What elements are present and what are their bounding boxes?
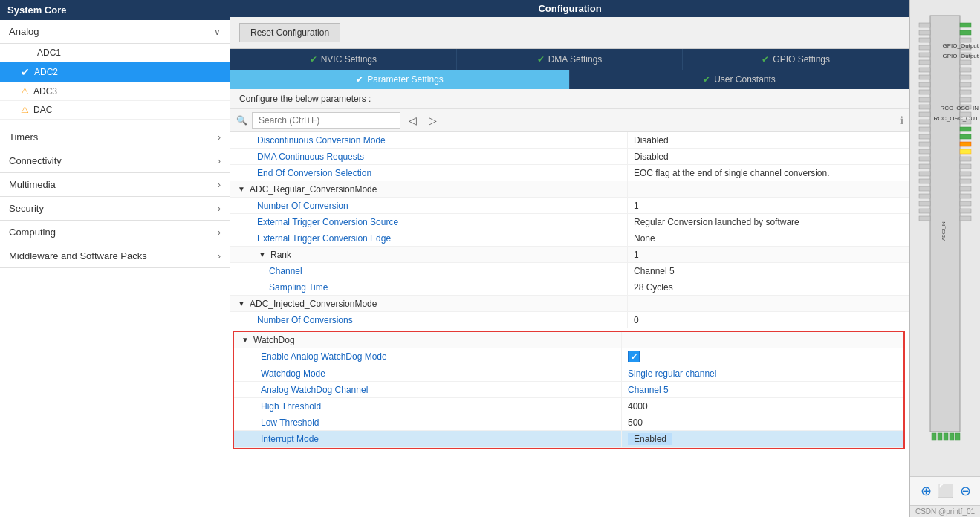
check-icon: ✔ xyxy=(537,54,545,65)
chip-panel: ADC2_IN GPIO_Output GPIO_Output RCC_OSC_… xyxy=(909,0,980,517)
svg-rect-22 xyxy=(919,179,930,183)
check-icon: ✔ xyxy=(21,66,30,78)
prev-result-button[interactable]: ◁ xyxy=(405,113,421,128)
table-row[interactable]: End Of Conversion Selection EOC flag at … xyxy=(230,165,909,181)
tab-gpio-settings[interactable]: ✔ GPIO Settings xyxy=(683,49,909,70)
collapse-icon[interactable]: ▼ xyxy=(236,299,247,309)
sidebar-item-multimedia[interactable]: Multimedia › xyxy=(0,173,230,197)
sidebar-item-middleware[interactable]: Middleware and Software Packs › xyxy=(0,244,230,268)
sidebar-item-security[interactable]: Security › xyxy=(0,197,230,221)
table-row[interactable]: Number Of Conversions 0 xyxy=(230,312,909,328)
search-input[interactable] xyxy=(252,112,400,129)
watchdog-row-interrupt-mode[interactable]: Interrupt Mode Enabled xyxy=(234,431,903,448)
check-icon: ✔ xyxy=(310,54,317,65)
table-row[interactable]: ▼ ADC_Regular_ConversionMode xyxy=(230,181,909,198)
sidebar-item-label: DAC xyxy=(33,105,52,115)
watchdog-section-header: ▼ WatchDog xyxy=(234,332,621,348)
reset-config-button[interactable]: Reset Configuration xyxy=(239,23,340,42)
param-value: 4000 xyxy=(621,398,903,414)
checkbox-checked-icon[interactable]: ✔ xyxy=(628,351,640,362)
svg-rect-44 xyxy=(960,142,971,146)
zoom-out-button[interactable]: ⊖ xyxy=(957,481,974,501)
table-row[interactable]: External Trigger Conversion Edge None xyxy=(230,230,909,247)
zoom-in-button[interactable]: ⊕ xyxy=(918,481,935,501)
svg-rect-8 xyxy=(919,75,930,79)
param-value: Disabled xyxy=(627,149,909,164)
collapse-icon[interactable]: ▼ xyxy=(240,335,250,345)
svg-rect-23 xyxy=(919,186,930,191)
svg-rect-56 xyxy=(938,433,942,440)
svg-rect-58 xyxy=(950,433,954,440)
svg-rect-12 xyxy=(919,105,930,109)
svg-rect-11 xyxy=(919,97,930,102)
svg-rect-26 xyxy=(919,209,930,213)
svg-rect-57 xyxy=(944,433,948,440)
watchdog-row-channel[interactable]: Analog WatchDog Channel Channel 5 xyxy=(234,382,903,398)
table-row[interactable]: DMA Continuous Requests Disabled xyxy=(230,149,909,165)
sidebar-item-adc1[interactable]: ADC1 xyxy=(0,44,230,62)
enabled-badge: Enabled xyxy=(628,433,672,445)
sidebar-item-analog[interactable]: Analog ∨ xyxy=(0,20,230,44)
params-label: Configure the below parameters : xyxy=(230,89,909,109)
collapse-icon[interactable]: ▼ xyxy=(257,250,267,260)
param-name: DMA Continuous Requests xyxy=(230,149,627,164)
watchdog-row-low-threshold[interactable]: Low Threshold 500 xyxy=(234,414,903,431)
sidebar-item-adc2[interactable]: ✔ ADC2 xyxy=(0,62,230,82)
tab-nvic-settings[interactable]: ✔ NVIC Settings xyxy=(230,49,457,70)
check-icon: ✔ xyxy=(703,74,710,85)
tab-dma-settings[interactable]: ✔ DMA Settings xyxy=(457,49,684,70)
svg-rect-18 xyxy=(919,149,930,154)
pin-label: GPIO_Output xyxy=(934,51,979,62)
table-row[interactable]: Sampling Time 28 Cycles xyxy=(230,279,909,296)
watchdog-row-mode[interactable]: Watchdog Mode Single regular channel xyxy=(234,365,903,382)
next-result-button[interactable]: ▷ xyxy=(425,113,441,128)
svg-rect-43 xyxy=(960,134,971,139)
watchdog-row-high-threshold[interactable]: High Threshold 4000 xyxy=(234,398,903,414)
svg-rect-53 xyxy=(960,209,971,213)
svg-rect-55 xyxy=(932,433,936,440)
table-row[interactable]: Number Of Conversion 1 xyxy=(230,198,909,214)
collapse-icon[interactable]: ▼ xyxy=(236,184,247,195)
svg-rect-27 xyxy=(919,216,930,221)
sidebar-item-connectivity[interactable]: Connectivity › xyxy=(0,149,230,173)
multimedia-label: Multimedia xyxy=(9,179,56,190)
chevron-right-icon: › xyxy=(218,204,221,214)
svg-rect-28 xyxy=(960,23,971,27)
sidebar-item-timers[interactable]: Timers › xyxy=(0,126,230,149)
table-row[interactable]: ▼ ADC_Injected_ConversionMode xyxy=(230,296,909,312)
svg-rect-17 xyxy=(919,142,930,146)
param-value xyxy=(621,332,903,348)
search-icon: 🔍 xyxy=(236,115,247,126)
fit-button[interactable]: ⬜ xyxy=(935,481,957,501)
table-row[interactable]: External Trigger Conversion Source Regul… xyxy=(230,214,909,230)
tab-user-constants[interactable]: ✔ User Constants xyxy=(570,70,909,89)
watchdog-row-enable[interactable]: Enable Analog WatchDog Mode ✔ xyxy=(234,348,903,365)
svg-rect-48 xyxy=(960,172,971,176)
tab-label: User Constants xyxy=(714,74,776,85)
watchdog-header-row[interactable]: ▼ WatchDog xyxy=(234,332,903,348)
param-name: External Trigger Conversion Edge xyxy=(230,230,627,246)
chevron-down-icon: ∨ xyxy=(214,27,221,37)
svg-rect-2 xyxy=(919,30,930,35)
table-row[interactable]: Discontinuous Conversion Mode Disabled xyxy=(230,132,909,149)
table-row[interactable]: Channel Channel 5 xyxy=(230,263,909,279)
param-name: Sampling Time xyxy=(230,279,627,295)
section-header: ▼ ADC_Regular_ConversionMode xyxy=(230,181,627,197)
tab-label: NVIC Settings xyxy=(321,54,377,65)
param-value: Single regular channel xyxy=(621,365,903,381)
config-panel: Reset Configuration ✔ NVIC Settings ✔ DM… xyxy=(230,17,909,517)
search-bar: 🔍 ◁ ▷ ℹ xyxy=(230,109,909,132)
svg-rect-13 xyxy=(919,112,930,117)
params-area: Configure the below parameters : 🔍 ◁ ▷ ℹ… xyxy=(230,89,909,517)
sidebar-item-adc3[interactable]: ⚠ ADC3 xyxy=(0,82,230,101)
sidebar-item-computing[interactable]: Computing › xyxy=(0,221,230,244)
tab-parameter-settings[interactable]: ✔ Parameter Settings xyxy=(230,70,570,89)
svg-rect-19 xyxy=(919,157,930,161)
sidebar-item-dac[interactable]: ⚠ DAC xyxy=(0,101,230,120)
param-name: Low Threshold xyxy=(234,414,621,430)
table-row[interactable]: ▼ Rank 1 xyxy=(230,247,909,263)
param-value: 500 xyxy=(621,414,903,430)
pin-label: GPIO_Output xyxy=(934,41,979,51)
svg-text:ADC2_IN: ADC2_IN xyxy=(941,221,946,240)
param-value xyxy=(627,181,909,197)
